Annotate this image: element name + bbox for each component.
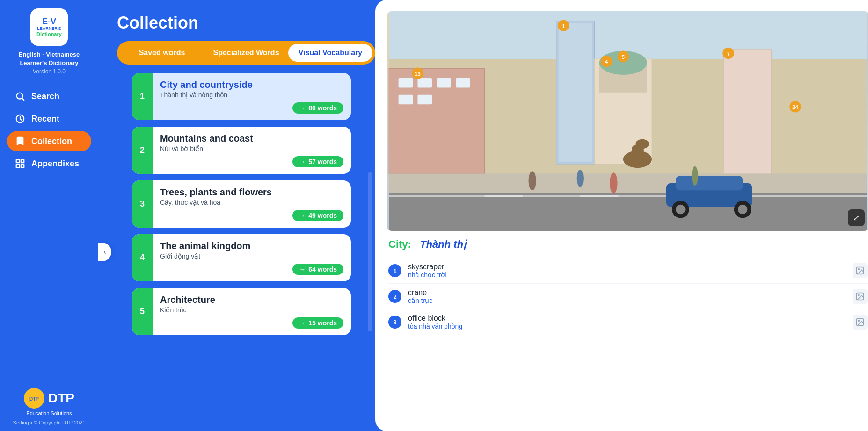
collapse-button[interactable]: ‹ (98, 243, 111, 261)
arrow-right-icon: → (299, 319, 306, 327)
word-row: 1 skyscraper nhà chọc trời (388, 258, 868, 284)
svg-rect-18 (399, 78, 413, 87)
dtp-logo: DTP DTP (13, 388, 86, 409)
word-row: 2 crane cần trục (388, 284, 868, 309)
sidebar-item-search[interactable]: Search (7, 86, 91, 107)
card-subtitle: Thành thị và nông thôn (160, 91, 343, 99)
tab-visual-vocabulary[interactable]: Visual Vocabulary (288, 44, 372, 62)
svg-rect-27 (580, 195, 619, 197)
word-english: skyscraper (408, 263, 846, 271)
tabs-bar: Saved words Specialized Words Visual Voc… (117, 41, 375, 65)
word-english: office block (408, 314, 846, 323)
right-panel: 1 4 5 7 13 24 ⤢ City: Thành thị 1 skyscr… (375, 0, 868, 431)
card-title: The animal kingdom (160, 241, 343, 251)
words-badge: → 80 words (292, 102, 343, 114)
svg-rect-6 (21, 165, 24, 167)
svg-point-57 (858, 295, 860, 296)
logo-ev: E-V (36, 17, 62, 27)
sidebar-item-collection[interactable]: Collection (7, 131, 91, 151)
svg-rect-22 (399, 95, 413, 104)
card-number: 5 (132, 288, 153, 335)
list-item[interactable]: 3 Trees, plants and flowers Cây, thực vậ… (132, 180, 351, 228)
card-title: Mountains and coast (160, 133, 343, 144)
word-vietnamese: tòa nhà văn phòng (408, 323, 846, 330)
svg-rect-12 (559, 23, 592, 162)
card-number: 3 (132, 180, 153, 228)
word-image-button[interactable] (853, 263, 868, 278)
card-subtitle: Cây, thực vật và hoa (160, 199, 343, 206)
scene-image: 1 4 5 7 13 24 (387, 11, 868, 231)
svg-text:4: 4 (605, 59, 608, 65)
grid-icon (15, 158, 26, 169)
svg-rect-5 (16, 165, 19, 167)
word-content: skyscraper nhà chọc trời (408, 263, 846, 279)
word-vietnamese: nhà chọc trời (408, 271, 846, 279)
app-logo: E-V LEARNER'S Dictionary (30, 8, 68, 46)
svg-point-41 (692, 166, 698, 186)
svg-line-1 (22, 99, 24, 101)
svg-text:7: 7 (727, 51, 729, 57)
sidebar-footer: Setting • © Copyright DTP 2021 (13, 420, 86, 425)
words-badge: → 49 words (292, 210, 343, 221)
word-number: 2 (388, 290, 401, 303)
expand-button[interactable]: ⤢ (848, 209, 865, 226)
word-content: crane cần trục (408, 288, 846, 304)
tab-specialized-words[interactable]: Specialized Words (204, 44, 288, 62)
tab-saved-words[interactable]: Saved words (120, 44, 204, 62)
word-number: 3 (388, 316, 401, 329)
svg-rect-19 (417, 78, 432, 87)
sidebar: E-V LEARNER'S Dictionary English - Vietn… (0, 0, 98, 431)
list-item[interactable]: 5 Architecture Kiến trúc → 15 words (132, 288, 351, 335)
vocabulary-list: 1 City and countryside Thành thị và nông… (117, 73, 365, 431)
collection-title: Collection (98, 0, 375, 33)
app-name: English - Vietnamese Learner's Dictionar… (19, 50, 80, 67)
word-image-button[interactable] (853, 315, 868, 330)
sidebar-item-appendixes[interactable]: Appendixes (7, 153, 91, 174)
card-body: The animal kingdom Giới động vật → 64 wo… (153, 234, 351, 281)
svg-rect-30 (676, 176, 743, 191)
svg-rect-21 (456, 78, 470, 87)
word-image-button[interactable] (853, 289, 868, 304)
sidebar-item-recent[interactable]: Recent (7, 108, 91, 129)
svg-point-39 (577, 170, 584, 187)
card-title: City and countryside (160, 79, 343, 90)
appendixes-label: Appendixes (31, 159, 79, 169)
svg-point-38 (528, 171, 536, 190)
card-body: Mountains and coast Núi và bờ biển → 57 … (153, 127, 351, 174)
card-title: Trees, plants and flowers (160, 187, 343, 198)
card-title: Architecture (160, 295, 343, 305)
svg-text:DTP: DTP (29, 396, 39, 402)
svg-text:13: 13 (415, 71, 420, 77)
card-number: 4 (132, 234, 153, 281)
card-number: 2 (132, 127, 153, 174)
svg-point-55 (858, 269, 860, 270)
svg-rect-3 (16, 160, 19, 163)
word-row: 3 office block tòa nhà văn phòng (388, 309, 868, 335)
expand-icon: ⤢ (853, 213, 860, 223)
card-number: 1 (132, 73, 153, 120)
word-content: office block tòa nhà văn phòng (408, 314, 846, 330)
word-number: 1 (388, 264, 401, 277)
word-vietnamese: cần trục (408, 297, 846, 304)
list-item[interactable]: 4 The animal kingdom Giới động vật → 64 … (132, 234, 351, 281)
svg-rect-24 (389, 193, 867, 231)
card-body: City and countryside Thành thị và nông t… (153, 73, 351, 120)
word-section: City: Thành thị 1 skyscraper nhà chọc tr… (375, 238, 868, 431)
arrow-right-icon: → (299, 158, 306, 165)
card-subtitle: Giới động vật (160, 252, 343, 260)
svg-text:1: 1 (562, 23, 565, 29)
svg-point-32 (676, 205, 685, 214)
card-body: Trees, plants and flowers Cây, thực vật … (153, 180, 351, 228)
list-item[interactable]: 2 Mountains and coast Núi và bờ biển → 5… (132, 127, 351, 174)
svg-rect-4 (21, 160, 24, 163)
arrow-right-icon: → (299, 266, 306, 273)
svg-text:5: 5 (622, 54, 625, 60)
words-badge: → 64 words (292, 264, 343, 275)
arrow-right-icon: → (299, 104, 306, 112)
svg-rect-23 (417, 95, 432, 104)
svg-rect-28 (389, 173, 867, 193)
search-icon (15, 91, 26, 102)
recent-label: Recent (31, 114, 59, 124)
list-item[interactable]: 1 City and countryside Thành thị và nông… (132, 73, 351, 120)
logo-dictionary: Dictionary (36, 31, 62, 37)
